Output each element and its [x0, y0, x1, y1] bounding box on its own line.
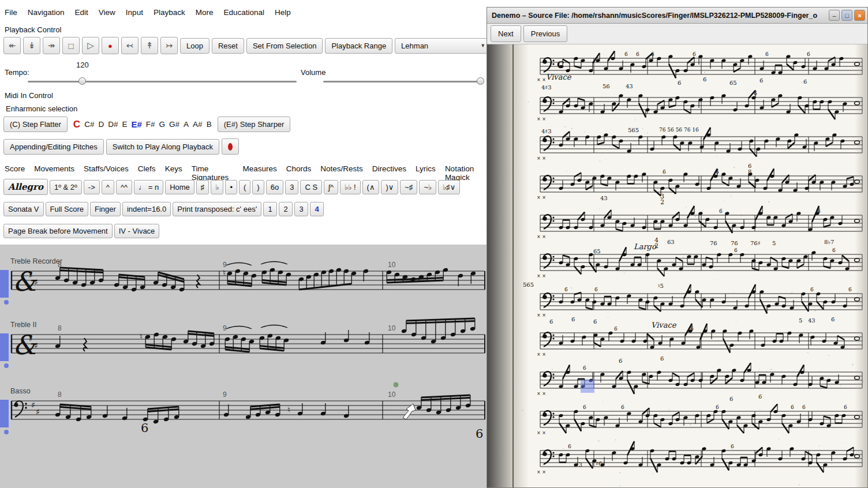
page-2[interactable]: 2 [279, 202, 293, 216]
playback-set-from-selection[interactable]: Set From Selection [246, 38, 323, 54]
score-tool-indent-16-0[interactable]: indent=16.0 [122, 202, 171, 216]
previous-measure-button[interactable]: ↢ [121, 37, 139, 54]
jump-down-button[interactable]: ↡ [23, 37, 40, 54]
volume-slider-handle[interactable] [477, 77, 484, 85]
tool-allegro[interactable]: Allegro [3, 179, 48, 195]
tool-[interactable]: • [225, 180, 237, 194]
tool-[interactable]: ( [239, 180, 250, 194]
volume-slider-track[interactable] [323, 81, 484, 82]
tool-[interactable]: -> [84, 180, 100, 194]
tool-3[interactable]: 3 [285, 180, 298, 194]
score-tool-sonata-v[interactable]: Sonata V [3, 202, 44, 216]
menu-help[interactable]: Help [275, 8, 291, 17]
tempo-slider-handle[interactable] [78, 77, 86, 85]
scan-annotation: ×3 [574, 462, 582, 468]
source-page[interactable]: 666666× ×6× ×× ×66× ×66× ×66× ×6666× ×66… [487, 44, 867, 487]
playback-loop[interactable]: Loop [180, 38, 209, 54]
close-button[interactable]: × [854, 10, 865, 21]
pitch-e: E# [131, 119, 141, 129]
playback-reset[interactable]: Reset [212, 38, 244, 54]
scan-annotation: 6 [831, 317, 835, 322]
scan-annotation: 6 [803, 79, 807, 85]
scan-annotation: 6 [703, 77, 706, 82]
menu-view[interactable]: View [99, 8, 115, 17]
movement-tool-iv-vivace[interactable]: IV - Vivace [114, 224, 160, 238]
window-titlebar[interactable]: Denemo – Source File: /home/rshann/music… [487, 7, 867, 24]
tuning-dropdown[interactable]: Lehman ▼ [395, 38, 492, 54]
menubar: FileNavigationEditViewInputPlaybackMoreE… [5, 8, 291, 17]
stop-button[interactable]: □ [62, 37, 80, 54]
svg-text:♯: ♯ [29, 334, 33, 343]
maximize-button[interactable]: □ [841, 10, 852, 21]
scan-annotation: 8 [748, 169, 751, 175]
svg-text:× ×: × × [537, 391, 546, 396]
viewer-nav: NextPrevious [487, 24, 867, 44]
play-button[interactable]: ▷ [82, 37, 99, 54]
staff-cursor[interactable] [0, 270, 9, 298]
nav-next[interactable]: Next [491, 25, 521, 42]
jump-up-button[interactable]: ↟ [141, 37, 158, 54]
go-first-button[interactable]: ↞ [3, 37, 21, 54]
menu-input[interactable]: Input [126, 8, 143, 17]
staff-label-treble-recorder: Treble Recorder [10, 257, 62, 265]
nav-previous[interactable]: Previous [523, 25, 568, 42]
menu-playback[interactable]: Playback [154, 8, 185, 17]
svg-text:6: 6 [810, 287, 814, 292]
tool-[interactable]: ʃ^ [324, 180, 338, 194]
fast-forward-button[interactable]: ↠ [43, 37, 60, 54]
midi-record-button[interactable] [222, 138, 239, 155]
tool-[interactable]: ~♭ [419, 180, 436, 194]
playback-playback-range[interactable]: Playback Range [325, 38, 392, 54]
tempo-slider-track[interactable] [28, 81, 297, 82]
step-flatter-button[interactable]: (C) Step Flatter [3, 117, 68, 132]
scan-annotation: 4♯3 [541, 129, 552, 134]
scan-annotation: 2 [654, 243, 659, 249]
score-canvas[interactable]: &♯♯♮&♯♯♮♯♯♮ Treble Recorder Treble II Ba… [0, 245, 487, 488]
menu-file[interactable]: File [5, 8, 17, 17]
page-3[interactable]: 3 [294, 202, 308, 216]
tool-[interactable]: )∨ [381, 180, 398, 194]
menu-more[interactable]: More [196, 8, 214, 17]
play-along-button[interactable]: Switch to Play Along Playback [106, 139, 219, 155]
tool-[interactable]: ♭♭ ! [340, 180, 361, 194]
tool-1-2[interactable]: 1º & 2º [50, 180, 82, 194]
svg-text:♯: ♯ [34, 341, 38, 350]
page-1[interactable]: 1 [263, 202, 277, 216]
menu-edit[interactable]: Edit [75, 8, 88, 17]
staff-cursor[interactable] [0, 333, 9, 361]
scan-annotation: 565 [523, 282, 534, 288]
tool-home[interactable]: Home [165, 180, 194, 194]
svg-text:× ×: × × [537, 313, 546, 318]
svg-text:6: 6 [731, 444, 734, 449]
record-button[interactable]: ● [102, 37, 119, 54]
tool-[interactable]: ~♯ [400, 180, 417, 194]
page-4[interactable]: 4 [310, 202, 324, 216]
score-tool-print-transposed-c-ees[interactable]: Print transposed: c' ees' [173, 202, 261, 216]
tool-[interactable]: ^^ [116, 180, 132, 194]
tool-n[interactable]: ♩ = n [134, 180, 163, 194]
staff-cursor[interactable] [0, 400, 9, 427]
tool-[interactable]: ♭♯∨ [438, 180, 460, 194]
svg-text:× ×: × × [537, 156, 546, 161]
book-gutter-line [512, 44, 514, 487]
next-measure-button[interactable]: ↣ [160, 37, 178, 54]
score-tool-full-score[interactable]: Full Score [46, 202, 89, 216]
movement-tool-page-break-before-movement[interactable]: Page Break before Movement [3, 224, 113, 238]
minimize-button[interactable]: – [829, 10, 840, 21]
tool-[interactable]: ^ [102, 180, 114, 194]
tool-[interactable]: ) [252, 180, 264, 194]
score-tool-finger[interactable]: Finger [90, 202, 121, 216]
tool-[interactable]: ♯ [196, 180, 209, 194]
transport-buttons: ↞↡↠□▷●↢↟↣ [3, 37, 178, 54]
step-sharper-button[interactable]: (E#) Step Sharper [218, 117, 291, 132]
denemo-main-window: FileNavigationEditViewInputPlaybackMoreE… [0, 0, 487, 488]
svg-text:6: 6 [734, 247, 738, 253]
enharmonic-row: (C) Step Flatter CC#DD#EE#F#GG#AA#B (E#)… [3, 117, 290, 132]
menu-navigation[interactable]: Navigation [28, 8, 65, 17]
tool-[interactable]: ♭ [211, 180, 223, 194]
appending-editing-pitches-button[interactable]: Appending/Editing Pitches [3, 139, 104, 155]
tool-6o[interactable]: 6o [266, 180, 283, 194]
tool-c-s[interactable]: C S [300, 180, 322, 194]
menu-educational[interactable]: Educational [223, 8, 264, 17]
tool-[interactable]: (∧ [362, 180, 380, 194]
